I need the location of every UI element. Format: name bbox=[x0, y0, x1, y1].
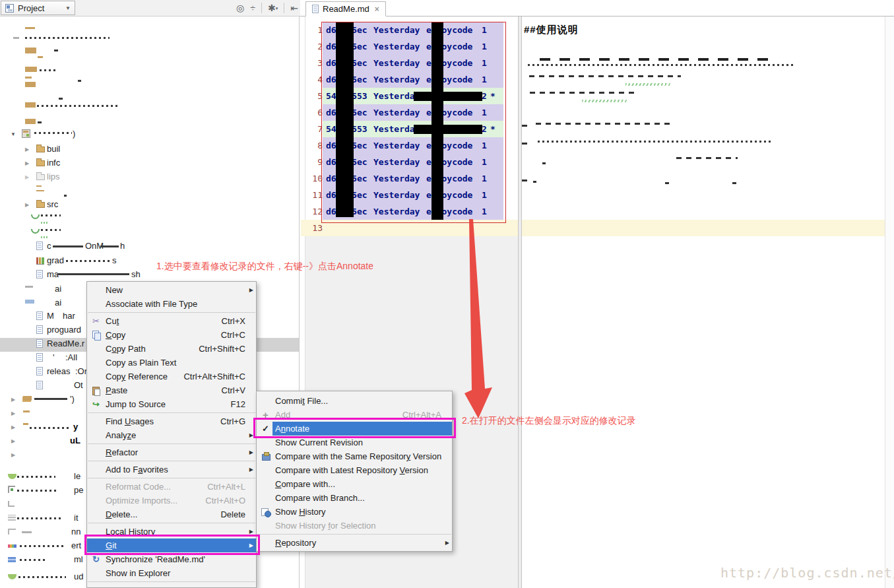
menu-item-local-history[interactable]: Local History▶ bbox=[87, 525, 256, 539]
redacted-text-mark bbox=[530, 92, 638, 94]
menu-item-associate-with-file-type[interactable]: Associate with File Type bbox=[87, 297, 256, 311]
git-menu-item-show-history-for-selection[interactable]: Show History for Selection bbox=[257, 519, 452, 533]
watermark: http://blog.csdn.net/ bbox=[720, 565, 894, 581]
menu-item-find-usages[interactable]: Find UsagesCtrl+G bbox=[87, 414, 256, 428]
line-number: 8 bbox=[305, 137, 323, 154]
menu-shortcut: Ctrl+Alt+O bbox=[205, 494, 245, 507]
locate-icon[interactable]: ◎ bbox=[236, 0, 244, 16]
tree-toggle-icon[interactable]: ▶ bbox=[11, 410, 15, 418]
git-menu-item-repository[interactable]: Repository▶ bbox=[257, 536, 452, 550]
menu-shortcut: Ctrl+X bbox=[222, 314, 245, 328]
hide-panel-icon[interactable]: ⇤ bbox=[290, 0, 298, 16]
tree-toggle-icon[interactable]: ▶ bbox=[25, 201, 29, 209]
tree-label: buil bbox=[47, 144, 60, 154]
redaction-mark bbox=[25, 102, 36, 108]
menu-item-jump-to-source[interactable]: Jump to SourceF12 bbox=[87, 397, 256, 411]
git-menu-item-show-history[interactable]: Show History bbox=[257, 505, 452, 519]
submenu-arrow-icon: ▶ bbox=[445, 536, 449, 550]
tree-row[interactable]: ▶infc bbox=[0, 158, 300, 170]
expand-collapse-icon[interactable]: ÷ bbox=[250, 0, 255, 16]
redaction-mark bbox=[17, 517, 61, 519]
menu-item-copy-reference[interactable]: Copy ReferenceCtrl+Alt+Shift+C bbox=[87, 370, 256, 383]
menu-item-refactor[interactable]: Refactor▶ bbox=[87, 445, 256, 459]
redaction-mark bbox=[25, 48, 36, 53]
menu-item-new[interactable]: New▶ bbox=[87, 283, 256, 297]
git-menu-item-compare-with-branch[interactable]: Compare with Branch... bbox=[257, 491, 452, 505]
redaction-mark bbox=[30, 427, 69, 429]
project-view-selector[interactable]: Project ▼ bbox=[1, 1, 75, 15]
menu-item-file-path[interactable]: File PathCtrl+Alt+F12 bbox=[87, 583, 256, 588]
tree-label: ) bbox=[73, 129, 75, 139]
git-menu-item-compare-with-latest-repository-version[interactable]: Compare with Latest Repository Version bbox=[257, 463, 452, 477]
submenu-arrow-icon: ▶ bbox=[249, 283, 253, 297]
tree-toggle-icon[interactable]: ▼ bbox=[11, 131, 16, 139]
menu-item-label: Paste bbox=[106, 385, 127, 395]
editor-scrollbar[interactable] bbox=[885, 16, 894, 588]
menu-item-copy[interactable]: CopyCtrl+C bbox=[87, 328, 256, 342]
tab-readme[interactable]: ReadMe.md × bbox=[305, 1, 386, 16]
redacted-text-mark bbox=[625, 83, 671, 86]
git-menu-item-compare-with[interactable]: Compare with... bbox=[257, 477, 452, 491]
git-menu-item-add[interactable]: AddCtrl+Alt+A bbox=[257, 408, 452, 422]
git-menu-item-show-current-revision[interactable]: Show Current Revision bbox=[257, 436, 452, 449]
menu-item-reformat-code[interactable]: Reformat Code...Ctrl+Alt+L bbox=[87, 480, 256, 494]
redacted-text-mark bbox=[540, 58, 769, 61]
project-toolbar: Project ▼ ◎÷✱▾⇤ bbox=[0, 0, 300, 16]
win-frag-icon bbox=[8, 515, 16, 521]
frag2-icon bbox=[8, 529, 16, 535]
tree-toggle-icon[interactable]: ▶ bbox=[25, 160, 29, 168]
git-menu-item-commit-file[interactable]: Commit File... bbox=[257, 394, 452, 408]
tree-row[interactable]: ▶buil bbox=[0, 144, 300, 156]
menu-item-label: Compare with Latest Repository Version bbox=[275, 465, 428, 475]
menu-item-git[interactable]: Git▶ bbox=[87, 539, 256, 552]
tree-label: releas bbox=[47, 366, 70, 376]
tree-row[interactable]: ▼) bbox=[0, 129, 300, 141]
tree-label: h bbox=[120, 241, 125, 251]
tree-toggle-icon[interactable]: ▶ bbox=[11, 424, 15, 432]
tree-row[interactable]: cOnMh bbox=[0, 241, 300, 253]
file-icon bbox=[36, 339, 43, 348]
redaction-mark bbox=[53, 245, 83, 247]
menu-item-label: Compare with the Same Repository Version bbox=[275, 451, 441, 461]
gradle-frag-icon bbox=[8, 486, 15, 493]
close-icon[interactable]: × bbox=[375, 5, 379, 14]
git-menu-item-annotate[interactable]: Annotate bbox=[257, 422, 452, 436]
copy-icon bbox=[90, 329, 102, 341]
tree-toggle-icon[interactable]: ▶ bbox=[11, 438, 15, 445]
submenu-arrow-icon: ▶ bbox=[249, 525, 253, 539]
redacted-text-mark bbox=[732, 182, 736, 184]
menu-item-analyze[interactable]: Analyze▶ bbox=[87, 428, 256, 442]
menu-item-label: Synchronize 'ReadMe.md' bbox=[106, 554, 205, 564]
menu-item-show-in-explorer[interactable]: Show in Explorer bbox=[87, 566, 256, 580]
settings-gear-icon[interactable]: ✱▾ bbox=[268, 0, 278, 16]
menu-item-copy-as-plain-text[interactable]: Copy as Plain Text bbox=[87, 356, 256, 370]
menu-item-optimize-imports[interactable]: Optimize Imports...Ctrl+Alt+O bbox=[87, 494, 256, 507]
menu-item-delete[interactable]: Delete...Delete bbox=[87, 507, 256, 521]
tree-row[interactable]: ▶lips bbox=[0, 172, 300, 183]
editor-splitter[interactable] bbox=[518, 16, 522, 588]
redaction-mark bbox=[20, 545, 66, 547]
menu-item-cut[interactable]: CutCtrl+X bbox=[87, 314, 256, 328]
menu-item-add-to-favorites[interactable]: Add to Favorites▶ bbox=[87, 463, 256, 476]
menu-item-synchronize-readme-md[interactable]: Synchronize 'ReadMe.md' bbox=[87, 552, 256, 566]
redacted-text-mark bbox=[582, 100, 627, 102]
redaction-mark bbox=[41, 229, 61, 231]
tree-toggle-icon[interactable]: ▶ bbox=[25, 146, 29, 154]
toolbar-separator bbox=[261, 3, 262, 13]
git-menu-item-compare-with-the-same-repository-version[interactable]: Compare with the Same Repository Version bbox=[257, 449, 452, 463]
tree-label: ai bbox=[55, 284, 61, 294]
tree-label: ml bbox=[74, 554, 83, 564]
check-icon bbox=[260, 423, 271, 434]
redacted-text-mark bbox=[528, 64, 796, 66]
submenu-arrow-icon: ▶ bbox=[249, 428, 253, 442]
menu-item-paste[interactable]: PasteCtrl+V bbox=[87, 383, 256, 397]
module-icon bbox=[22, 129, 30, 138]
tree-toggle-icon[interactable]: ▶ bbox=[11, 451, 15, 459]
tree-toggle-icon[interactable]: ▶ bbox=[11, 396, 15, 404]
line-number: 1 bbox=[305, 22, 323, 38]
chart-icon bbox=[36, 257, 44, 265]
menu-item-copy-path[interactable]: Copy PathCtrl+Shift+C bbox=[87, 342, 256, 356]
tree-row[interactable]: ▶src bbox=[0, 199, 300, 211]
tree-toggle-icon[interactable]: ▶ bbox=[25, 174, 29, 181]
plus-icon bbox=[260, 409, 271, 420]
